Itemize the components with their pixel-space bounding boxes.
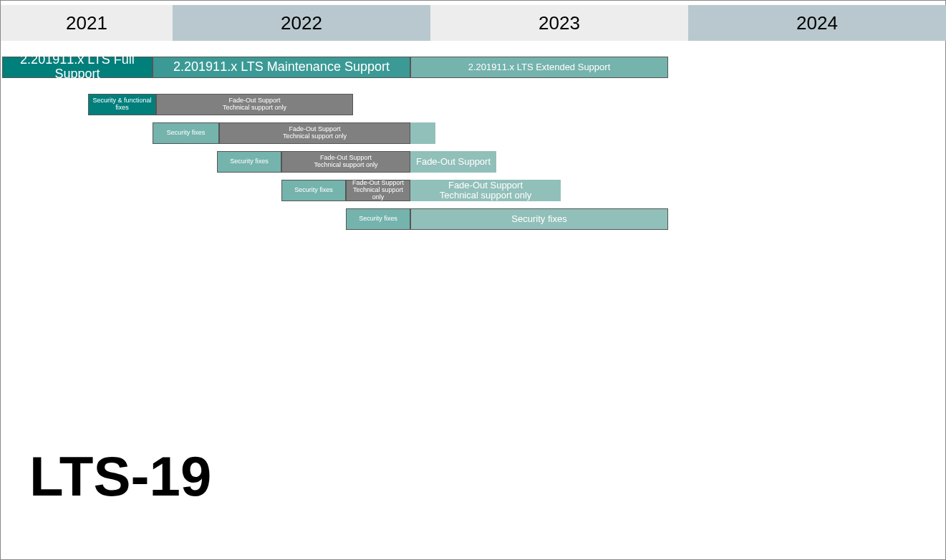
timeline-bar: Fade-Out Support [410, 151, 496, 173]
year-label: 2024 [688, 5, 946, 41]
timeline-bar: Fade-Out SupportTechnical support only [219, 122, 410, 144]
timeline-bar [410, 122, 435, 144]
timeline-bar: 2.201911.x LTS Maintenance Support [153, 57, 410, 78]
timeline-row: Security fixesFade-Out SupportTechnical … [1, 122, 945, 144]
timeline-row: 2.201911.x LTS Full Support2.201911.x LT… [1, 57, 945, 78]
timeline-row: Security fixesFade-Out SupportTechnical … [1, 180, 945, 201]
year-label: 2021 [1, 5, 173, 41]
timeline-bar: Fade-Out SupportTechnical support only [346, 180, 410, 201]
timeline-bar: Security fixes [153, 122, 219, 144]
timeline-bar: Fade-Out SupportTechnical support only [410, 180, 561, 201]
diagram-title: LTS-19 [29, 444, 211, 509]
timeline-bar: Fade-Out SupportTechnical support only [281, 151, 410, 173]
year-axis: 2021202220232024 [1, 5, 945, 41]
timeline-bar: Security fixes [217, 151, 281, 173]
timeline-row: Security & functional fixesFade-Out Supp… [1, 94, 945, 115]
timeline-row: Security fixesSecurity fixes [1, 208, 945, 230]
year-label: 2023 [430, 5, 688, 41]
timeline-row: Security fixesFade-Out SupportTechnical … [1, 151, 945, 173]
timeline-bar: Security fixes [410, 208, 668, 230]
timeline-bar: 2.201911.x LTS Extended Support [410, 57, 668, 78]
timeline-bar: Security fixes [281, 180, 346, 201]
timeline-bar: Security & functional fixes [88, 94, 156, 115]
diagram-frame: 2021202220232024 2.201911.x LTS Full Sup… [0, 0, 946, 560]
timeline-bar: Security fixes [346, 208, 410, 230]
timeline-bar: Fade-Out SupportTechnical support only [156, 94, 353, 115]
timeline-bar: 2.201911.x LTS Full Support [2, 57, 153, 78]
year-label: 2022 [173, 5, 430, 41]
